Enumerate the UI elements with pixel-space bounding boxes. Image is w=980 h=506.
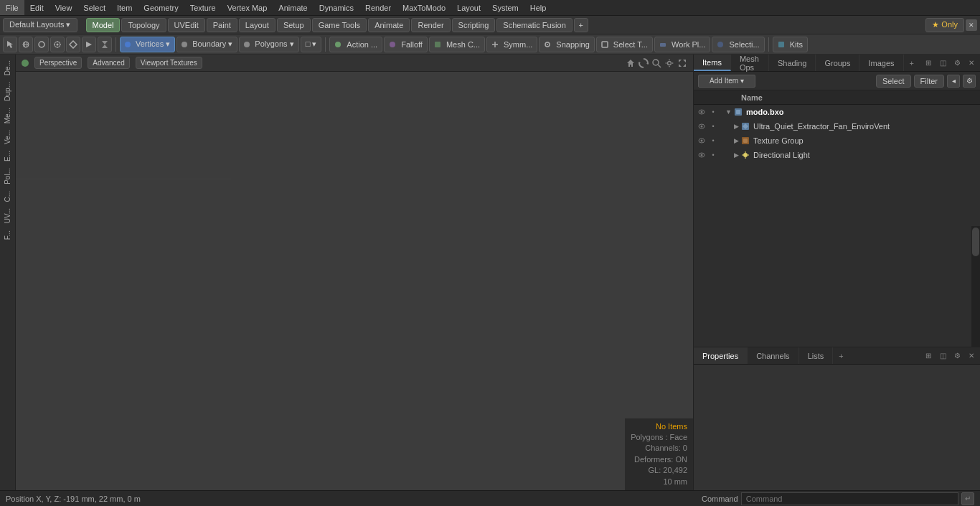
command-input[interactable] [741, 492, 958, 505]
sidebar-item-ve[interactable]: Ve... [2, 127, 13, 147]
expand-arrow-texture-group[interactable]: ▶ [734, 137, 739, 144]
default-layouts-dropdown[interactable]: Default Layouts ▾ [3, 18, 77, 32]
layout-paint[interactable]: Paint [207, 18, 237, 32]
tab-groups[interactable]: Groups [816, 55, 859, 71]
falloff-button[interactable]: Falloff [384, 37, 428, 52]
eye-modo-bxo[interactable] [697, 107, 707, 117]
item-row-directional-light[interactable]: • ▶ Directional Light [694, 148, 980, 162]
items-settings-button[interactable]: ⚙ [963, 75, 976, 88]
menu-item[interactable]: Item [111, 0, 138, 15]
expand-arrow-modo-bxo[interactable]: ▼ [725, 108, 732, 116]
eye-texture-group[interactable] [697, 136, 707, 146]
tab-items[interactable]: Items [694, 55, 731, 71]
prop-icon-expand[interactable]: ⊞ [923, 350, 934, 362]
prop-tab-lists[interactable]: Lists [799, 347, 834, 364]
menu-vertex-map[interactable]: Vertex Map [222, 0, 273, 15]
viewport-refresh-icon[interactable] [639, 58, 649, 68]
circle-tool-button[interactable] [34, 37, 49, 52]
layout-model[interactable]: Model [86, 18, 121, 32]
only-button[interactable]: ★ Only [925, 18, 964, 32]
sidebar-item-pol[interactable]: Pol... [2, 165, 13, 187]
select-tool-button[interactable] [3, 37, 17, 52]
viewport-textures-button[interactable]: Viewport Textures [136, 57, 202, 69]
menu-texture[interactable]: Texture [184, 0, 222, 15]
menu-file[interactable]: File [0, 0, 24, 15]
viewport-search-icon[interactable] [651, 58, 661, 68]
sidebar-item-e[interactable]: E... [2, 148, 13, 164]
prop-icon-close[interactable]: ✕ [966, 350, 977, 362]
items-scrollbar[interactable] [971, 226, 980, 347]
menu-select[interactable]: Select [77, 0, 111, 15]
menu-dynamics[interactable]: Dynamics [314, 0, 359, 15]
close-layout-button[interactable]: ✕ [966, 19, 977, 31]
snapping-button[interactable]: Snapping [539, 37, 595, 52]
items-collapse-button[interactable]: ◂ [947, 75, 960, 88]
symm-button[interactable]: Symm... [486, 37, 537, 52]
item-row-texture-group[interactable]: • ▶ Texture Group [694, 133, 980, 148]
action-button[interactable]: Action ... [329, 37, 382, 52]
sidebar-item-de[interactable]: De... [2, 57, 13, 78]
layout-game-tools[interactable]: Game Tools [312, 18, 367, 32]
layout-setup[interactable]: Setup [277, 18, 311, 32]
prop-tab-properties[interactable]: Properties [694, 347, 748, 364]
expand-arrow-directional-light[interactable]: ▶ [734, 151, 739, 159]
tab-mesh-ops[interactable]: Mesh Ops [731, 55, 769, 71]
prop-icon-settings[interactable]: ⚙ [951, 350, 963, 362]
viewport-home-icon[interactable] [626, 58, 636, 68]
menu-layout[interactable]: Layout [451, 0, 486, 15]
diamond-tool-button[interactable] [66, 37, 80, 52]
viewport-canvas[interactable]: X Y Z No Items Polygons : Face Channels:… [16, 72, 693, 490]
add-layout-button[interactable]: + [574, 18, 588, 32]
panel-icon-1[interactable]: ⊞ [923, 57, 934, 69]
prop-tab-channels[interactable]: Channels [748, 347, 798, 364]
prop-icon-split[interactable]: ◫ [937, 350, 948, 362]
viewport-dot[interactable] [22, 60, 29, 67]
panel-icon-3[interactable]: ⚙ [951, 57, 963, 69]
sidebar-item-f[interactable]: F... [2, 228, 13, 243]
add-prop-tab-button[interactable]: + [833, 352, 849, 360]
panel-icon-2[interactable]: ◫ [937, 57, 948, 69]
mesh-mode-button[interactable]: □ ▾ [301, 37, 322, 52]
menu-render[interactable]: Render [359, 0, 397, 15]
play-tool-button[interactable] [82, 37, 96, 52]
sidebar-item-c[interactable]: C... [2, 188, 13, 205]
globe-tool-button[interactable] [19, 37, 33, 52]
target-tool-button[interactable] [50, 37, 65, 52]
expand-arrow-ultra-fan[interactable]: ▶ [734, 123, 739, 130]
menu-help[interactable]: Help [524, 0, 552, 15]
command-enter-button[interactable]: ↵ [961, 492, 974, 505]
select-button[interactable]: Select [876, 75, 911, 88]
advanced-button[interactable]: Advanced [88, 57, 129, 69]
menu-animate[interactable]: Animate [273, 0, 313, 15]
sidebar-item-dup[interactable]: Dup... [2, 79, 13, 104]
eye-ultra-fan[interactable] [697, 121, 707, 131]
layout-layout[interactable]: Layout [239, 18, 275, 32]
sidebar-item-uv[interactable]: UV... [2, 205, 13, 226]
item-row-ultra-fan[interactable]: • ▶ Ultra_Quiet_Extractor_Fan_EnviroVent [694, 119, 980, 133]
layout-topology[interactable]: Topology [121, 18, 166, 32]
viewport-expand-icon[interactable] [677, 58, 687, 68]
boundary-mode-button[interactable]: Boundary ▾ [176, 37, 237, 52]
layout-schematic-fusion[interactable]: Schematic Fusion [496, 18, 572, 32]
work-pl-button[interactable]: Work Pl... [654, 37, 710, 52]
item-row-modo-bxo[interactable]: • ▼ modo.bxo [694, 105, 980, 119]
menu-geometry[interactable]: Geometry [138, 0, 184, 15]
menu-view[interactable]: View [50, 0, 78, 15]
vertices-mode-button[interactable]: Vertices ▾ [120, 37, 175, 52]
eye-directional-light[interactable] [697, 150, 707, 160]
scrollbar-thumb[interactable] [972, 228, 979, 256]
tab-shading[interactable]: Shading [769, 55, 816, 71]
menu-system[interactable]: System [486, 0, 524, 15]
polygons-mode-button[interactable]: Polygons ▾ [239, 37, 298, 52]
kits-button[interactable]: Kits [773, 37, 808, 52]
menu-edit[interactable]: Edit [24, 0, 50, 15]
select-t-button[interactable]: Select T... [596, 37, 653, 52]
menu-maxtomodo[interactable]: MaxToModo [397, 0, 451, 15]
panel-icon-4[interactable]: ✕ [966, 57, 977, 69]
viewport-gear-icon[interactable] [664, 58, 674, 68]
filter-button[interactable]: Filter [914, 75, 944, 88]
add-item-button[interactable]: Add Item ▾ [698, 75, 755, 88]
layout-animate[interactable]: Animate [368, 18, 410, 32]
tab-images[interactable]: Images [859, 55, 903, 71]
hourglass-tool-button[interactable] [98, 37, 112, 52]
